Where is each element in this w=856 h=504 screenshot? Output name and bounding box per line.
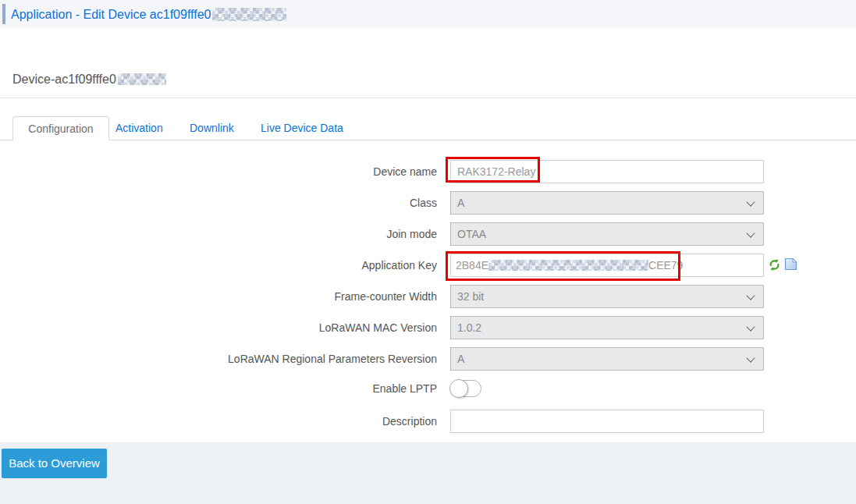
device-name-label: Device name xyxy=(0,160,437,183)
chevron-down-icon xyxy=(746,291,755,300)
heading-divider xyxy=(0,98,856,98)
redacted-app-key-mask xyxy=(488,260,648,271)
device-heading-eui: ac1f09fffe0 xyxy=(55,73,116,86)
join-mode-select[interactable]: OTAA xyxy=(450,222,764,246)
regional-params-reversion-label: LoRaWAN Regional Parameters Reversion xyxy=(0,347,437,371)
device-panel: Device-ac1f09fffe0 Configuration Activat… xyxy=(0,29,856,442)
app-key-visible-prefix: 2B84E xyxy=(456,259,488,272)
page-title-text: Application - Edit Device xyxy=(11,8,150,21)
description-label: Description xyxy=(0,410,437,433)
frame-counter-width-label: Frame-counter Width xyxy=(0,285,437,308)
tab-live-device-data[interactable]: Live Device Data xyxy=(261,116,343,140)
application-key-input[interactable]: 2B84ECEE79 xyxy=(450,254,764,277)
regional-params-reversion-select[interactable]: A xyxy=(450,347,764,371)
page-title: Application - Edit Device ac1f09fffe0 xyxy=(11,0,286,29)
tab-configuration[interactable]: Configuration xyxy=(12,116,109,140)
page-footer: Back to Overview xyxy=(0,442,856,504)
join-mode-selected-value: OTAA xyxy=(457,228,486,240)
chevron-down-icon xyxy=(746,229,755,237)
class-select[interactable]: A xyxy=(450,191,764,215)
mac-version-label: LoRaWAN MAC Version xyxy=(0,316,437,339)
tab-activation[interactable]: Activation xyxy=(115,116,163,140)
page-title-device-eui: ac1f09fffe0 xyxy=(150,8,211,21)
page-header: Application - Edit Device ac1f09fffe0 xyxy=(0,0,856,29)
class-selected-value: A xyxy=(457,197,464,209)
frame-counter-width-select[interactable]: 32 bit xyxy=(450,285,764,308)
generate-key-refresh-icon[interactable] xyxy=(769,259,780,271)
regional-params-selected-value: A xyxy=(457,353,464,365)
redacted-device-eui-mask xyxy=(212,8,286,21)
redacted-device-eui-mask xyxy=(118,73,166,85)
application-key-label: Application Key xyxy=(0,254,437,277)
mac-version-select[interactable]: 1.0.2 xyxy=(450,316,764,339)
device-heading-prefix: Device- xyxy=(12,73,55,86)
header-accent-bar xyxy=(2,4,5,24)
join-mode-label: Join mode xyxy=(0,222,437,246)
chevron-down-icon xyxy=(746,322,755,331)
enable-lptp-toggle[interactable] xyxy=(450,380,481,397)
device-name-input[interactable] xyxy=(450,160,764,183)
back-to-overview-button[interactable]: Back to Overview xyxy=(2,449,107,478)
tab-downlink[interactable]: Downlink xyxy=(190,116,234,140)
enable-lptp-label: Enable LPTP xyxy=(0,377,437,400)
mac-version-selected-value: 1.0.2 xyxy=(457,321,481,334)
device-heading: Device-ac1f09fffe0 xyxy=(12,69,166,90)
app-key-visible-suffix: CEE79 xyxy=(648,259,683,272)
toggle-knob xyxy=(449,379,468,398)
class-label: Class xyxy=(0,191,437,215)
frame-counter-selected-value: 32 bit xyxy=(457,290,484,303)
chevron-down-icon xyxy=(746,353,755,362)
edit-device-page: Application - Edit Device ac1f09fffe0 De… xyxy=(0,0,856,504)
chevron-down-icon xyxy=(746,197,755,206)
copy-key-icon[interactable] xyxy=(783,257,798,272)
description-input[interactable] xyxy=(450,410,764,433)
